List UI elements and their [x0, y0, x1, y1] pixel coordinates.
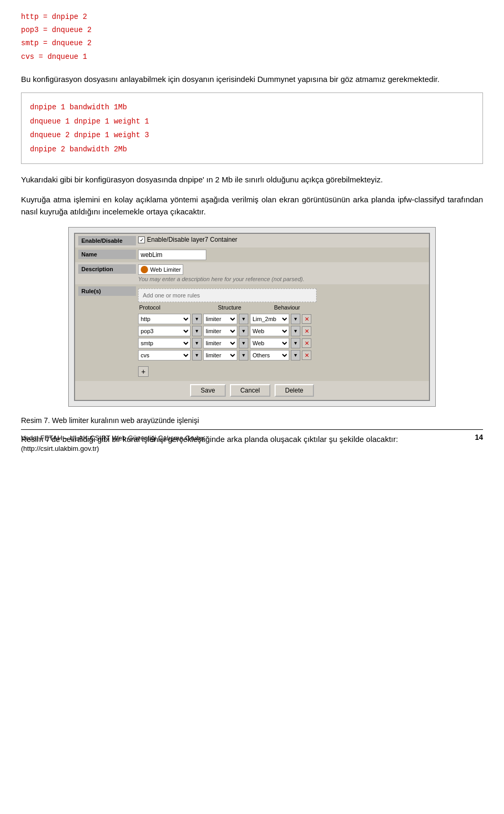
code-line-4: cvs = dnqueue 1: [21, 50, 483, 64]
code-box-line-4: dnpipe 2 bandwidth 2Mb: [30, 142, 474, 157]
description-hint: You may enter a description here for you…: [138, 276, 304, 282]
structure-select-4[interactable]: limiter: [203, 350, 237, 360]
name-label: Name: [78, 250, 136, 259]
save-button[interactable]: Save: [190, 384, 225, 397]
name-row: Name: [75, 248, 429, 262]
prose-1: Bu konfigürasyon dosyasını anlayabilmek …: [21, 73, 483, 85]
code-block-top: http = dnpipe 2 pop3 = dnqueue 2 smtp = …: [21, 11, 483, 64]
behaviour-select-4[interactable]: Others: [250, 350, 289, 360]
behaviour-dropdown-btn-1[interactable]: ▼: [291, 314, 300, 324]
structure-select-3[interactable]: limiter: [203, 338, 237, 348]
protocol-dropdown-btn-3[interactable]: ▼: [192, 338, 202, 348]
description-icon: [141, 266, 148, 273]
name-content: [138, 250, 426, 260]
protocol-select-3[interactable]: smtp: [138, 338, 191, 348]
table-row: smtp ▼ limiter ▼ Web ▼: [138, 338, 311, 348]
form-buttons: Save Cancel Delete: [75, 381, 429, 400]
protocol-table-header: Protocol Structure Behaviour: [138, 304, 327, 311]
description-row: Description Web Limiter You may enter a …: [75, 262, 429, 284]
protocol-select-4[interactable]: cvs: [138, 350, 191, 360]
figure-caption: Resim 7. Web limiter kuralının web arayü…: [21, 416, 483, 425]
code-box: dnpipe 1 bandwidth 1Mb dnqueue 1 dnpipe …: [21, 92, 483, 164]
page-footer: Vedat FETAH – ULAK-CSIRT Web Güvenliği Ç…: [21, 429, 483, 454]
protocol-dropdown-btn-1[interactable]: ▼: [192, 314, 202, 324]
behaviour-select-3[interactable]: Web: [250, 338, 289, 348]
page-number: 14: [475, 433, 483, 441]
table-row: pop3 ▼ limiter ▼ Web ▼: [138, 326, 311, 336]
rules-label: Rule(s): [78, 286, 136, 296]
protocol-table: http ▼ limiter ▼ Lim_2mb ▼: [138, 314, 311, 362]
protocol-dropdown-btn-4[interactable]: ▼: [192, 350, 202, 360]
checkbox-area: ✓ Enable/Disable layer7 Container: [138, 236, 237, 243]
footer-line-1: Vedat FETAH – ULAK-CSIRT Web Güvenliği Ç…: [21, 433, 204, 444]
behaviour-dropdown-btn-4[interactable]: ▼: [291, 350, 300, 360]
description-box: Web Limiter: [138, 264, 183, 275]
protocol-header: Protocol: [139, 304, 202, 311]
protocol-select-2[interactable]: pop3: [138, 326, 191, 336]
description-text: Web Limiter: [150, 266, 181, 273]
behaviour-dropdown-btn-2[interactable]: ▼: [291, 326, 300, 336]
protocol-select-1[interactable]: http: [138, 314, 191, 324]
enable-disable-value: Enable/Disable layer7 Container: [147, 236, 237, 243]
cancel-button[interactable]: Cancel: [230, 384, 270, 397]
delete-row-btn-1[interactable]: ✕: [302, 314, 311, 324]
prose-2: Yukarıdaki gibi bir konfigürasyon dosyas…: [21, 173, 483, 186]
structure-dropdown-btn-2[interactable]: ▼: [239, 326, 248, 336]
code-line-3: smtp = dnqueue 2: [21, 37, 483, 50]
add-row-button[interactable]: +: [138, 366, 149, 377]
code-box-line-1: dnpipe 1 bandwidth 1Mb: [30, 100, 474, 115]
name-input[interactable]: [138, 250, 206, 260]
behaviour-select-2[interactable]: Web: [250, 326, 289, 336]
behaviour-header: Behaviour: [274, 304, 327, 311]
structure-dropdown-btn-1[interactable]: ▼: [239, 314, 248, 324]
enable-disable-label: Enable/Disable: [78, 236, 136, 245]
code-box-line-2: dnqueue 1 dnpipe 1 weight 1: [30, 115, 474, 129]
delete-row-btn-4[interactable]: ✕: [302, 351, 311, 360]
table-row: cvs ▼ limiter ▼ Others ▼: [138, 350, 311, 360]
structure-header: Structure: [218, 304, 268, 311]
rules-area[interactable]: Add one or more rules: [138, 288, 317, 302]
enable-disable-content: ✓ Enable/Disable layer7 Container: [138, 236, 426, 243]
rules-placeholder: Add one or more rules: [143, 292, 200, 298]
page-container: http = dnpipe 2 pop3 = dnqueue 2 smtp = …: [0, 0, 504, 463]
structure-select-2[interactable]: limiter: [203, 326, 237, 336]
enable-disable-row: Enable/Disable ✓ Enable/Disable layer7 C…: [75, 234, 429, 248]
enable-checkbox[interactable]: ✓: [138, 236, 145, 243]
delete-row-btn-3[interactable]: ✕: [302, 338, 311, 348]
footer-line-2: (http://csirt.ulakbim.gov.tr): [21, 444, 204, 454]
structure-select-1[interactable]: limiter: [203, 314, 237, 324]
rules-row: Rule(s) Add one or more rules Protocol S…: [75, 284, 429, 381]
protocol-dropdown-btn-2[interactable]: ▼: [192, 326, 202, 336]
behaviour-dropdown-btn-3[interactable]: ▼: [291, 338, 300, 348]
description-label: Description: [78, 264, 136, 274]
behaviour-select-1[interactable]: Lim_2mb: [250, 314, 289, 324]
table-row: http ▼ limiter ▼ Lim_2mb ▼: [138, 314, 311, 324]
code-line-2: pop3 = dnqueue 2: [21, 24, 483, 37]
delete-row-btn-2[interactable]: ✕: [302, 326, 311, 336]
footer-left: Vedat FETAH – ULAK-CSIRT Web Güvenliği Ç…: [21, 433, 204, 454]
structure-dropdown-btn-3[interactable]: ▼: [239, 338, 248, 348]
prose-3: Kuyruğa atma işlemini en kolay açıklama …: [21, 193, 483, 218]
layer7-form: Enable/Disable ✓ Enable/Disable layer7 C…: [74, 233, 430, 401]
code-box-line-3: dnqueue 2 dnpipe 1 weight 3: [30, 128, 474, 142]
code-line-1: http = dnpipe 2: [21, 11, 483, 24]
rules-content: Add one or more rules Protocol Structure…: [138, 286, 426, 379]
figure-container: Enable/Disable ✓ Enable/Disable layer7 C…: [68, 227, 436, 407]
delete-button[interactable]: Delete: [275, 384, 314, 397]
description-content: Web Limiter You may enter a description …: [138, 264, 426, 282]
structure-dropdown-btn-4[interactable]: ▼: [239, 350, 248, 360]
